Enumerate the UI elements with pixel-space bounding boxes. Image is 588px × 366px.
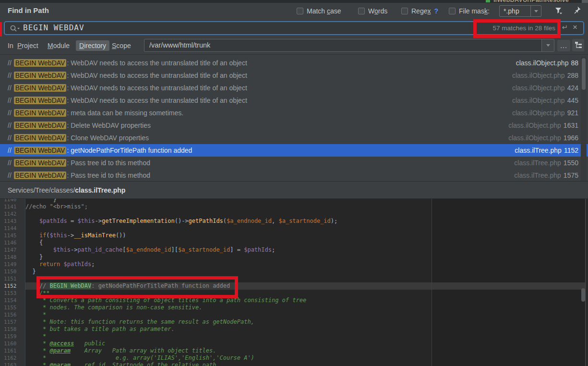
code-segment: $pathIds [244, 246, 272, 253]
background-editor-tab-label: ilWebDAVUrlPathResolve [493, 0, 582, 3]
file-reference: class.ilObject.php288 [512, 72, 578, 79]
code-segment: $this [53, 246, 71, 253]
gutter-line-number: 1161 [0, 347, 25, 354]
code-line: * [25, 311, 585, 318]
results-scrollbar-thumb[interactable] [582, 58, 586, 90]
file-reference: class.ilObject.php88 [516, 59, 578, 67]
match-case-checkbox[interactable] [297, 8, 303, 14]
editor-scrollbar-track[interactable] [586, 199, 588, 366]
scope-in-label: In [8, 42, 13, 49]
gutter-line-number: 1142 [0, 210, 25, 218]
result-row[interactable]: // BEGIN WebDAV: WebDAV needs to access … [0, 57, 588, 69]
result-row[interactable]: // BEGIN WebDAV: Delete WebDAV propertie… [0, 119, 588, 132]
match-highlight: BEGIN WebDAV [14, 171, 67, 179]
code-segment: ] = [230, 246, 244, 253]
match-highlight: BEGIN WebDAV [14, 72, 67, 79]
regex-option[interactable]: Regex ? [401, 7, 438, 15]
preview-file-name: class.ilTree.php [75, 186, 125, 194]
filter-results-button[interactable] [554, 6, 563, 17]
gutter-line-number: 1159 [0, 333, 25, 340]
search-icon[interactable] [9, 24, 21, 33]
file-mask-value[interactable]: *.php [500, 7, 530, 15]
result-text: : meta data can be missing sometimes. [67, 109, 183, 117]
directory-structure-button[interactable] [572, 39, 584, 51]
code-segment: * [25, 347, 50, 354]
code-segment: = [67, 218, 78, 224]
code-segment: } [25, 199, 57, 203]
background-scrollbar-corner [582, 0, 588, 3]
result-text: : Clone WebDAV properties [67, 134, 149, 142]
directory-path-value[interactable]: /var/www/html/trunk [149, 41, 210, 49]
file-mask-dropdown-button[interactable] [530, 6, 541, 16]
result-row[interactable]: // BEGIN WebDAV: Pass tree id to this me… [0, 157, 588, 169]
result-row[interactable]: // BEGIN WebDAV: Clone WebDAV properties… [0, 132, 588, 144]
pin-dialog-button[interactable] [573, 6, 581, 16]
words-option[interactable]: Words [358, 7, 387, 15]
search-query-text[interactable]: BEGIN WEBDAV [23, 23, 84, 32]
directory-history-dropdown[interactable] [541, 39, 554, 51]
match-case-label: Match case [307, 7, 341, 15]
gutter-line-number: 1143 [0, 218, 25, 225]
result-row[interactable]: // BEGIN WebDAV: meta data can be missin… [0, 107, 588, 119]
file-mask-combo[interactable]: *.php [499, 5, 541, 17]
result-row[interactable]: // BEGIN WebDAV: getNodePathForTitlePath… [0, 144, 588, 157]
regex-help-icon[interactable]: ? [434, 7, 438, 15]
code-segment [25, 232, 39, 239]
match-case-option[interactable]: Match case [297, 7, 341, 15]
scope-directory[interactable]: Directory [76, 40, 109, 51]
result-row[interactable]: // BEGIN WebDAV: WebDAV needs to access … [0, 69, 588, 82]
scope-module[interactable]: Module [48, 42, 70, 49]
result-text: : Delete WebDAV properties [67, 122, 151, 129]
browse-directory-button[interactable]: ... [557, 40, 570, 51]
words-checkbox[interactable] [358, 8, 365, 14]
code-segment: Array Path array with object titles. [71, 347, 216, 354]
file-name: class.ilObject.php [512, 97, 565, 104]
line-number: 88 [571, 59, 578, 67]
code-line: } [25, 199, 585, 203]
scope-project[interactable]: Project [17, 42, 38, 49]
annotation-box-matches-badge [473, 19, 561, 38]
comment-prefix: // [8, 72, 13, 79]
result-row[interactable]: // BEGIN WebDAV: Pass tree id to this me… [0, 169, 588, 182]
match-highlight: BEGIN WebDAV [14, 97, 67, 104]
code-segment: * [25, 333, 46, 340]
regex-checkbox[interactable] [401, 8, 408, 14]
directory-path-combo[interactable]: /var/www/html/trunk [144, 39, 554, 52]
code-line: * @param ref_id Startnode of the relativ… [25, 362, 585, 366]
result-row[interactable]: // BEGIN WebDAV: WebDAV needs to access … [0, 94, 588, 107]
result-row[interactable]: // BEGIN WebDAV: WebDAV needs to access … [0, 82, 588, 94]
code-segment: public [74, 340, 105, 347]
code-line: * @param Array Path array with object ti… [25, 347, 585, 354]
code-segment: $a_startnode_id [178, 246, 230, 253]
gutter-line-number: 1158 [0, 326, 25, 333]
code-segment: @param [50, 362, 71, 366]
file-mask-label: File mask: [459, 7, 490, 15]
file-mask-checkbox[interactable] [449, 8, 456, 14]
file-reference: class.ilObject.php921 [512, 109, 578, 117]
match-highlight: BEGIN WebDAV [14, 84, 67, 92]
code-segment [60, 261, 63, 268]
gutter-line-number: 1150 [0, 268, 25, 275]
code-segment: $a_endnode_id [227, 218, 272, 224]
code-line: * nodes. The comparison is non-case sens… [25, 304, 585, 311]
file-name: class.ilObject.php [512, 84, 565, 92]
result-text: : WebDAV needs to access the untranslate… [67, 59, 247, 67]
editor-scrollbar-thumb[interactable] [581, 288, 585, 302]
file-mask-option[interactable]: File mask: [449, 7, 490, 15]
code-segment: ( [223, 218, 227, 224]
file-name: class.ilTree.php [514, 159, 561, 167]
scope-scope[interactable]: Scope [112, 42, 131, 49]
code-segment: //echo "<br>miss"; [25, 203, 88, 210]
file-reference: class.ilObject.php1966 [508, 134, 578, 142]
code-line: } [25, 268, 585, 275]
code-segment: ; [272, 246, 275, 253]
gutter-line-number: 1160 [0, 340, 25, 347]
result-text: : WebDAV needs to access the untranslate… [67, 72, 247, 79]
file-reference: class.ilTree.php1550 [514, 159, 578, 167]
match-highlight: BEGIN WebDAV [14, 109, 67, 117]
file-reference: class.ilObject.php1631 [508, 122, 578, 129]
code-line: * Note: this function returns the same r… [25, 318, 585, 326]
code-segment: if [39, 232, 46, 239]
clear-search-icon[interactable]: × [573, 23, 577, 32]
insert-newline-icon[interactable]: ↵ [562, 23, 568, 32]
